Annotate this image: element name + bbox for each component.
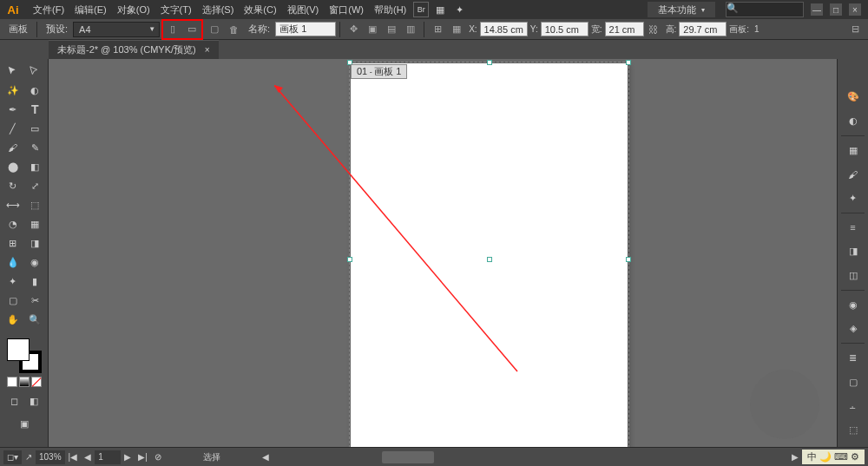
gradient-panel-icon[interactable]: ◨ [841, 241, 865, 261]
hand-tool-icon[interactable]: ✋ [3, 310, 23, 329]
perspective-grid-tool-icon[interactable]: ▦ [25, 214, 46, 233]
brushes-panel-icon[interactable]: 🖌 [841, 164, 865, 184]
document-tab[interactable]: 未标题-2* @ 103% (CMYK/预览) × [49, 40, 219, 59]
free-transform-tool-icon[interactable]: ⬚ [25, 195, 46, 214]
color-guide-panel-icon[interactable]: ◐ [841, 110, 865, 130]
transparency-panel-icon[interactable]: ◫ [841, 265, 865, 285]
draw-behind-icon[interactable]: ◧ [26, 393, 42, 409]
layers-panel-icon[interactable]: ≣ [841, 348, 865, 368]
ime-indicator[interactable]: 中🌙⌨⚙ [802, 450, 865, 464]
column-graph-tool-icon[interactable]: ▮ [25, 272, 46, 291]
symbol-sprayer-tool-icon[interactable]: ✦ [3, 272, 23, 291]
width-input[interactable]: 21 cm [605, 22, 644, 36]
artboard-name-input[interactable]: 画板 1 [275, 22, 336, 36]
nav-prev-icon[interactable]: ◀ [81, 452, 95, 462]
lasso-tool-icon[interactable]: ◐ [25, 81, 46, 100]
move-artwork-icon[interactable]: ✥ [345, 21, 362, 38]
menu-window[interactable]: 窗口(W) [324, 3, 369, 16]
horizontal-scrollbar[interactable] [382, 451, 434, 463]
eraser-tool-icon[interactable]: ◧ [25, 157, 46, 176]
artboard-tool-icon[interactable]: ▢ [3, 291, 23, 310]
rectangle-tool-icon[interactable]: ▭ [25, 119, 46, 138]
export-icon[interactable]: ↗ [22, 452, 36, 462]
workspace-selector[interactable]: 基本功能 ▾ [648, 2, 715, 17]
view-mode-dropdown[interactable]: ◻▾ [3, 450, 22, 464]
menu-view[interactable]: 视图(V) [282, 3, 325, 16]
scale-tool-icon[interactable]: ⤢ [25, 176, 46, 195]
menu-help[interactable]: 帮助(H) [369, 3, 411, 16]
color-mode-solid[interactable] [7, 377, 17, 387]
close-button[interactable]: × [849, 3, 861, 16]
zoom-dropdown[interactable]: 103% [36, 450, 65, 464]
pencil-tool-icon[interactable]: ✎ [25, 138, 46, 157]
direct-selection-tool-icon[interactable] [25, 62, 46, 81]
selection-tool-icon[interactable] [3, 62, 23, 81]
nav-next-icon[interactable]: ▶ [121, 452, 135, 462]
width-tool-icon[interactable]: ⟷ [3, 195, 23, 214]
preset-dropdown[interactable]: A4 [73, 22, 160, 37]
menu-file[interactable]: 文件(F) [28, 3, 69, 16]
link-icon[interactable]: ⛓ [645, 21, 662, 38]
gradient-tool-icon[interactable]: ◨ [25, 233, 46, 253]
swatches-panel-icon[interactable]: ▦ [841, 141, 865, 161]
menu-object[interactable]: 对象(O) [112, 3, 155, 16]
portrait-orientation-icon[interactable]: ▯ [164, 21, 181, 38]
transform-panel-icon[interactable]: ⬚ [841, 419, 865, 439]
menu-type[interactable]: 文字(T) [155, 3, 197, 16]
nav-last-icon[interactable]: ▶| [135, 452, 151, 462]
minimize-button[interactable]: — [811, 3, 823, 16]
draw-normal-icon[interactable]: ◻ [7, 393, 23, 409]
graphic-styles-panel-icon[interactable]: ◈ [841, 318, 865, 338]
magic-wand-tool-icon[interactable]: ✨ [3, 81, 23, 100]
panel-menu-icon[interactable]: ⊟ [846, 21, 864, 38]
height-input[interactable]: 29.7 cm [679, 22, 727, 36]
color-mode-none[interactable] [31, 377, 42, 387]
rotate-tool-icon[interactable]: ↻ [3, 176, 23, 195]
slice-tool-icon[interactable]: ✂ [25, 291, 46, 310]
type-tool-icon[interactable]: T [25, 100, 46, 119]
menu-edit[interactable]: 编辑(E) [69, 3, 112, 16]
nav-first-icon[interactable]: |◀ [65, 452, 82, 462]
option2-icon[interactable]: ▤ [383, 21, 400, 38]
line-tool-icon[interactable]: ╱ [3, 119, 23, 138]
option3-icon[interactable]: ▥ [402, 21, 419, 38]
zoom-tool-icon[interactable]: 🔍 [25, 310, 46, 329]
maximize-button[interactable]: □ [830, 3, 842, 16]
reference-point-icon[interactable]: ⊞ [429, 21, 446, 38]
artboards-panel-icon[interactable]: ▢ [841, 372, 865, 392]
gpu-icon[interactable]: ✦ [451, 2, 467, 17]
stroke-panel-icon[interactable]: ≡ [841, 218, 865, 238]
grid-icon[interactable]: ▦ [448, 21, 465, 38]
y-input[interactable]: 10.5 cm [541, 22, 589, 36]
mesh-tool-icon[interactable]: ⊞ [3, 233, 23, 253]
pen-tool-icon[interactable]: ✒ [3, 100, 23, 119]
menu-effect[interactable]: 效果(C) [239, 3, 281, 16]
delete-artboard-icon[interactable]: 🗑 [225, 21, 242, 38]
option-icon[interactable]: ▣ [364, 21, 381, 38]
fill-stroke-swatch[interactable] [7, 338, 42, 373]
search-input[interactable]: 🔍 [726, 2, 804, 17]
align-panel-icon[interactable]: ⫠ [841, 396, 865, 416]
shape-builder-tool-icon[interactable]: ◔ [3, 214, 23, 233]
paintbrush-tool-icon[interactable]: 🖌 [3, 138, 23, 157]
scroll-right-icon[interactable]: ▶ [788, 452, 802, 462]
bridge-icon[interactable]: Br [413, 2, 429, 17]
new-artboard-icon[interactable]: ▢ [206, 21, 223, 38]
canvas-viewport[interactable]: 01 - 画板 1 [49, 59, 837, 465]
symbols-panel-icon[interactable]: ✦ [841, 187, 865, 207]
arrange-documents-icon[interactable]: ▦ [432, 2, 448, 17]
nav-cancel-icon[interactable]: ⊘ [151, 452, 165, 462]
artboard-nav-input[interactable]: 1 [95, 450, 121, 464]
eyedropper-tool-icon[interactable]: 💧 [3, 253, 23, 272]
x-input[interactable]: 14.85 cm [480, 22, 528, 36]
fill-swatch[interactable] [7, 338, 30, 361]
menu-select[interactable]: 选择(S) [197, 3, 240, 16]
appearance-panel-icon[interactable]: ◉ [841, 295, 865, 315]
color-panel-icon[interactable]: 🎨 [841, 87, 865, 107]
scroll-left-icon[interactable]: ◀ [259, 452, 273, 462]
color-mode-gradient[interactable] [19, 377, 30, 387]
landscape-orientation-icon[interactable]: ▭ [183, 21, 201, 38]
blob-brush-tool-icon[interactable]: ⬤ [3, 157, 23, 176]
blend-tool-icon[interactable]: ◉ [25, 253, 46, 272]
screen-mode-icon[interactable]: ▣ [16, 416, 32, 431]
